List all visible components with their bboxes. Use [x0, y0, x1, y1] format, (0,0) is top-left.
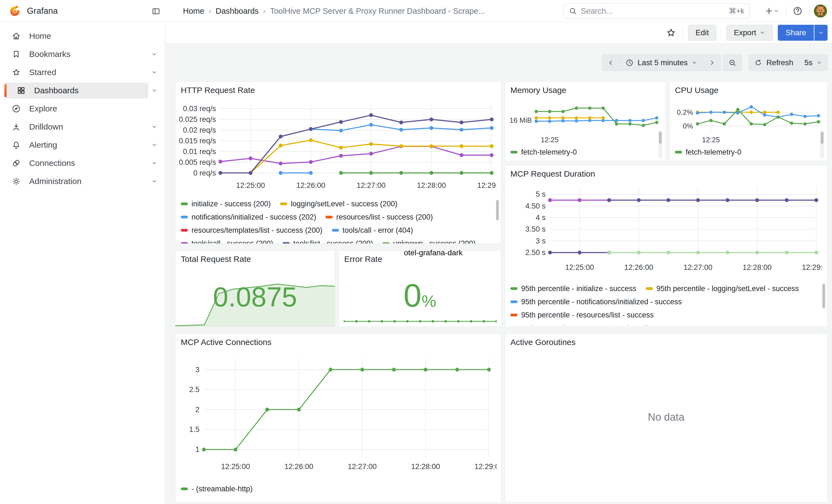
export-label: Export: [734, 28, 756, 37]
expand-chevron[interactable]: [148, 121, 160, 133]
legend-scrollbar[interactable]: [659, 132, 662, 144]
legend-item[interactable]: resources/list - success (200): [326, 213, 433, 221]
legend-scrollbar[interactable]: [821, 132, 824, 144]
legend-item[interactable]: - (streamable-http): [181, 485, 253, 493]
breadcrumb-dashboards[interactable]: Dashboards: [216, 7, 259, 16]
svg-text:12:26:00: 12:26:00: [624, 263, 653, 271]
http-request-rate-chart[interactable]: 12:25:0012:26:0012:27:0012:28:0012:29:00…: [179, 99, 497, 195]
expand-chevron[interactable]: [148, 48, 160, 60]
legend-item[interactable]: logging/setLevel - success (200): [280, 200, 397, 208]
search-input[interactable]: [581, 7, 725, 16]
sidebar-link-explore[interactable]: Explore: [4, 101, 160, 117]
legend-scrollbar[interactable]: [822, 284, 825, 309]
panel-title[interactable]: Total Request Rate: [181, 255, 251, 264]
sidebar-link-alerting[interactable]: Alerting: [4, 137, 148, 153]
legend-item[interactable]: tools/list - success (200): [283, 239, 373, 244]
refresh-interval-button[interactable]: 5s: [799, 54, 828, 71]
panel-title[interactable]: Error Rate: [344, 255, 382, 264]
svg-text:0%: 0%: [683, 122, 693, 130]
sidebar-link-bookmarks[interactable]: Bookmarks: [4, 46, 148, 62]
legend-item[interactable]: 95th percentile - initialize - success: [510, 285, 636, 293]
sidebar-link-drilldown[interactable]: Drilldown: [4, 119, 148, 135]
sidebar-item-dashboards[interactable]: Dashboards: [4, 81, 160, 100]
angle-left-icon: [607, 59, 614, 66]
mcp-active-connections-chart[interactable]: 12:25:0012:26:0012:27:0012:28:0012:29:00…: [179, 350, 497, 479]
panel-http-request-rate: HTTP Request Rate 12:25:0012:26:0012:27:…: [175, 81, 501, 244]
legend-item[interactable]: 95th percentile - notifications/initiali…: [510, 298, 682, 306]
sidebar-link-administration[interactable]: Administration: [4, 173, 148, 189]
search-shortcut: ⌘+k: [729, 7, 744, 16]
mcp-request-duration-chart[interactable]: 12:25:0012:26:0012:27:0012:28:0012:29:00…: [509, 180, 823, 278]
legend-item[interactable]: tools/call - error (404): [332, 226, 413, 235]
avatar[interactable]: [814, 4, 827, 18]
divider: [683, 27, 683, 38]
home-icon: [11, 31, 21, 41]
breadcrumb-separator: ›: [263, 7, 265, 16]
expand-chevron[interactable]: [148, 84, 160, 97]
panel-title[interactable]: Active Goroutines: [510, 338, 576, 347]
hover-tooltip: otel-grafana-dark: [404, 248, 463, 257]
expand-chevron[interactable]: [148, 139, 160, 151]
legend-item[interactable]: initialize - success (200): [181, 200, 271, 208]
expand-chevron[interactable]: [148, 66, 160, 78]
sidebar-link-dashboards[interactable]: Dashboards: [4, 82, 148, 99]
sidebar-item-starred[interactable]: Starred: [4, 63, 160, 81]
legend-item[interactable]: 95th percentile - logging/setLevel - suc…: [646, 285, 799, 293]
memory-usage-chart[interactable]: 12:2516 MiB: [508, 98, 660, 144]
legend-swatch: [675, 151, 682, 154]
connections-icon: [11, 158, 21, 168]
panel-title[interactable]: MCP Active Connections: [181, 338, 271, 347]
time-back-button[interactable]: [602, 54, 620, 71]
sidebar-link-starred[interactable]: Starred: [4, 64, 148, 80]
panel-title[interactable]: CPU Usage: [675, 85, 718, 95]
sidebar-item-connections[interactable]: Connections: [4, 154, 160, 172]
sidebar-link-home[interactable]: Home: [4, 28, 160, 44]
breadcrumb-home[interactable]: Home: [183, 7, 204, 16]
panel-title[interactable]: HTTP Request Rate: [181, 85, 255, 95]
expand-chevron[interactable]: [148, 175, 160, 187]
legend-item[interactable]: tools/call - success (200): [181, 239, 273, 244]
edit-button[interactable]: Edit: [688, 25, 716, 41]
sidebar-item-bookmarks[interactable]: Bookmarks: [4, 45, 160, 63]
sidebar: Home Bookmarks Starred: [0, 22, 165, 504]
avatar-image: [814, 4, 827, 18]
legend-item[interactable]: 95th percentile - resources/list - succe…: [510, 311, 654, 319]
sidebar-item-alerting[interactable]: Alerting: [4, 136, 160, 154]
sidebar-link-connections[interactable]: Connections: [4, 155, 148, 171]
export-button[interactable]: Export: [726, 25, 773, 41]
panel-title[interactable]: Memory Usage: [510, 85, 566, 95]
time-range-group: Last 5 minutes: [602, 54, 742, 71]
sidebar-item-home[interactable]: Home: [4, 27, 160, 45]
legend-item[interactable]: fetch-telemetry-0: [510, 148, 577, 157]
legend-item[interactable]: notifications/initialized - success (202…: [181, 213, 316, 221]
time-range-picker-button[interactable]: Last 5 minutes: [620, 54, 703, 71]
series-tools-list-success-200: [220, 115, 492, 173]
legend-label: logging/setLevel - success (200): [291, 200, 397, 208]
sidebar-item-drilldown[interactable]: Drilldown: [4, 118, 160, 136]
svg-text:12:29:00: 12:29:00: [477, 181, 497, 190]
sidebar-item-administration[interactable]: Administration: [4, 172, 160, 190]
legend-item[interactable]: fetch-telemetry-0: [675, 148, 742, 157]
legend-item[interactable]: unknown - success (200): [383, 239, 476, 244]
expand-chevron[interactable]: [148, 157, 160, 169]
search-box[interactable]: ⌘+k: [564, 3, 750, 19]
share-options-button[interactable]: [814, 25, 828, 41]
svg-text:0.015 req/s: 0.015 req/s: [179, 137, 216, 145]
share-button[interactable]: Share: [778, 25, 814, 41]
zoom-out-icon: [728, 59, 736, 67]
panel-title[interactable]: MCP Request Duration: [510, 169, 595, 179]
breadcrumb-separator: ›: [209, 7, 211, 16]
sidebar-toggle-button[interactable]: [151, 6, 161, 17]
legend-item[interactable]: resources/templates/list - success (200): [181, 226, 322, 235]
sidebar-item-explore[interactable]: Explore: [4, 100, 160, 118]
legend-scrollbar[interactable]: [496, 200, 499, 220]
favorite-star-button[interactable]: [664, 26, 678, 39]
legend-label: resources/templates/list - success (200): [191, 226, 322, 235]
zoom-out-button[interactable]: [723, 54, 742, 71]
legend-item[interactable]: 95th percentile - resources/templates/li…: [510, 324, 688, 326]
cpu-usage-chart[interactable]: 12:250%0.2%: [672, 98, 822, 144]
add-new-button[interactable]: [762, 4, 781, 18]
help-button[interactable]: [790, 4, 805, 18]
time-forward-button[interactable]: [703, 54, 721, 71]
refresh-button[interactable]: Refresh: [749, 54, 799, 71]
